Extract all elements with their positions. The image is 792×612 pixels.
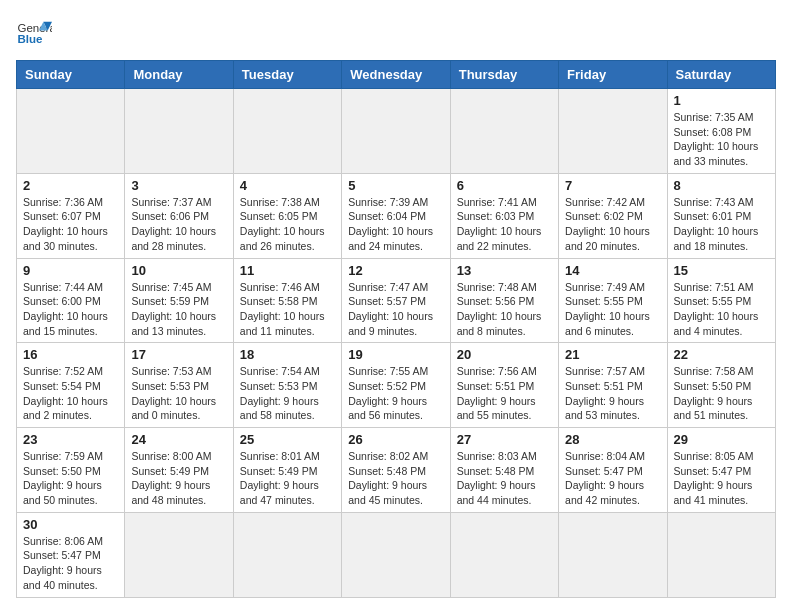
day-info: Sunrise: 7:48 AM Sunset: 5:56 PM Dayligh… [457, 280, 552, 339]
day-number: 16 [23, 347, 118, 362]
day-info: Sunrise: 7:57 AM Sunset: 5:51 PM Dayligh… [565, 364, 660, 423]
calendar-cell [17, 89, 125, 174]
calendar-cell: 22Sunrise: 7:58 AM Sunset: 5:50 PM Dayli… [667, 343, 775, 428]
weekday-header-sunday: Sunday [17, 61, 125, 89]
calendar-cell: 10Sunrise: 7:45 AM Sunset: 5:59 PM Dayli… [125, 258, 233, 343]
day-info: Sunrise: 7:58 AM Sunset: 5:50 PM Dayligh… [674, 364, 769, 423]
day-number: 3 [131, 178, 226, 193]
svg-text:Blue: Blue [17, 33, 43, 45]
day-info: Sunrise: 7:59 AM Sunset: 5:50 PM Dayligh… [23, 449, 118, 508]
day-number: 7 [565, 178, 660, 193]
calendar-cell [342, 89, 450, 174]
calendar-cell [125, 89, 233, 174]
calendar-cell: 12Sunrise: 7:47 AM Sunset: 5:57 PM Dayli… [342, 258, 450, 343]
day-number: 8 [674, 178, 769, 193]
day-number: 24 [131, 432, 226, 447]
day-number: 27 [457, 432, 552, 447]
calendar: SundayMondayTuesdayWednesdayThursdayFrid… [16, 60, 776, 598]
day-info: Sunrise: 7:42 AM Sunset: 6:02 PM Dayligh… [565, 195, 660, 254]
day-number: 10 [131, 263, 226, 278]
day-info: Sunrise: 7:54 AM Sunset: 5:53 PM Dayligh… [240, 364, 335, 423]
day-number: 20 [457, 347, 552, 362]
weekday-header-thursday: Thursday [450, 61, 558, 89]
day-number: 21 [565, 347, 660, 362]
calendar-cell [559, 89, 667, 174]
day-info: Sunrise: 7:53 AM Sunset: 5:53 PM Dayligh… [131, 364, 226, 423]
calendar-cell: 13Sunrise: 7:48 AM Sunset: 5:56 PM Dayli… [450, 258, 558, 343]
day-number: 30 [23, 517, 118, 532]
logo-icon: General Blue [16, 16, 52, 52]
calendar-cell: 5Sunrise: 7:39 AM Sunset: 6:04 PM Daylig… [342, 173, 450, 258]
day-number: 19 [348, 347, 443, 362]
day-number: 26 [348, 432, 443, 447]
week-row-5: 30Sunrise: 8:06 AM Sunset: 5:47 PM Dayli… [17, 512, 776, 597]
day-number: 25 [240, 432, 335, 447]
calendar-cell: 9Sunrise: 7:44 AM Sunset: 6:00 PM Daylig… [17, 258, 125, 343]
day-number: 15 [674, 263, 769, 278]
day-number: 14 [565, 263, 660, 278]
calendar-cell: 3Sunrise: 7:37 AM Sunset: 6:06 PM Daylig… [125, 173, 233, 258]
calendar-cell: 30Sunrise: 8:06 AM Sunset: 5:47 PM Dayli… [17, 512, 125, 597]
day-info: Sunrise: 7:52 AM Sunset: 5:54 PM Dayligh… [23, 364, 118, 423]
day-number: 13 [457, 263, 552, 278]
day-info: Sunrise: 7:39 AM Sunset: 6:04 PM Dayligh… [348, 195, 443, 254]
week-row-1: 2Sunrise: 7:36 AM Sunset: 6:07 PM Daylig… [17, 173, 776, 258]
calendar-cell: 6Sunrise: 7:41 AM Sunset: 6:03 PM Daylig… [450, 173, 558, 258]
day-info: Sunrise: 7:38 AM Sunset: 6:05 PM Dayligh… [240, 195, 335, 254]
calendar-cell [667, 512, 775, 597]
calendar-cell: 18Sunrise: 7:54 AM Sunset: 5:53 PM Dayli… [233, 343, 341, 428]
day-info: Sunrise: 8:01 AM Sunset: 5:49 PM Dayligh… [240, 449, 335, 508]
day-info: Sunrise: 8:03 AM Sunset: 5:48 PM Dayligh… [457, 449, 552, 508]
calendar-cell [233, 89, 341, 174]
weekday-header-friday: Friday [559, 61, 667, 89]
calendar-cell: 29Sunrise: 8:05 AM Sunset: 5:47 PM Dayli… [667, 428, 775, 513]
week-row-0: 1Sunrise: 7:35 AM Sunset: 6:08 PM Daylig… [17, 89, 776, 174]
week-row-3: 16Sunrise: 7:52 AM Sunset: 5:54 PM Dayli… [17, 343, 776, 428]
calendar-cell [450, 512, 558, 597]
day-number: 17 [131, 347, 226, 362]
calendar-cell: 16Sunrise: 7:52 AM Sunset: 5:54 PM Dayli… [17, 343, 125, 428]
calendar-cell: 8Sunrise: 7:43 AM Sunset: 6:01 PM Daylig… [667, 173, 775, 258]
calendar-cell [125, 512, 233, 597]
weekday-header-saturday: Saturday [667, 61, 775, 89]
day-info: Sunrise: 7:51 AM Sunset: 5:55 PM Dayligh… [674, 280, 769, 339]
calendar-cell: 1Sunrise: 7:35 AM Sunset: 6:08 PM Daylig… [667, 89, 775, 174]
weekday-header-row: SundayMondayTuesdayWednesdayThursdayFrid… [17, 61, 776, 89]
logo: General Blue [16, 16, 52, 52]
day-number: 18 [240, 347, 335, 362]
calendar-cell: 24Sunrise: 8:00 AM Sunset: 5:49 PM Dayli… [125, 428, 233, 513]
day-number: 2 [23, 178, 118, 193]
day-number: 23 [23, 432, 118, 447]
week-row-2: 9Sunrise: 7:44 AM Sunset: 6:00 PM Daylig… [17, 258, 776, 343]
weekday-header-monday: Monday [125, 61, 233, 89]
day-number: 9 [23, 263, 118, 278]
calendar-cell: 28Sunrise: 8:04 AM Sunset: 5:47 PM Dayli… [559, 428, 667, 513]
calendar-cell: 14Sunrise: 7:49 AM Sunset: 5:55 PM Dayli… [559, 258, 667, 343]
day-info: Sunrise: 7:41 AM Sunset: 6:03 PM Dayligh… [457, 195, 552, 254]
calendar-cell [559, 512, 667, 597]
day-number: 11 [240, 263, 335, 278]
calendar-cell: 11Sunrise: 7:46 AM Sunset: 5:58 PM Dayli… [233, 258, 341, 343]
day-info: Sunrise: 7:49 AM Sunset: 5:55 PM Dayligh… [565, 280, 660, 339]
day-number: 1 [674, 93, 769, 108]
day-number: 12 [348, 263, 443, 278]
day-info: Sunrise: 7:44 AM Sunset: 6:00 PM Dayligh… [23, 280, 118, 339]
day-info: Sunrise: 7:37 AM Sunset: 6:06 PM Dayligh… [131, 195, 226, 254]
day-number: 29 [674, 432, 769, 447]
calendar-cell [342, 512, 450, 597]
day-info: Sunrise: 8:02 AM Sunset: 5:48 PM Dayligh… [348, 449, 443, 508]
day-info: Sunrise: 7:36 AM Sunset: 6:07 PM Dayligh… [23, 195, 118, 254]
calendar-cell: 21Sunrise: 7:57 AM Sunset: 5:51 PM Dayli… [559, 343, 667, 428]
day-number: 4 [240, 178, 335, 193]
day-info: Sunrise: 7:46 AM Sunset: 5:58 PM Dayligh… [240, 280, 335, 339]
calendar-cell: 2Sunrise: 7:36 AM Sunset: 6:07 PM Daylig… [17, 173, 125, 258]
calendar-cell: 17Sunrise: 7:53 AM Sunset: 5:53 PM Dayli… [125, 343, 233, 428]
day-info: Sunrise: 7:56 AM Sunset: 5:51 PM Dayligh… [457, 364, 552, 423]
calendar-cell: 26Sunrise: 8:02 AM Sunset: 5:48 PM Dayli… [342, 428, 450, 513]
day-info: Sunrise: 8:05 AM Sunset: 5:47 PM Dayligh… [674, 449, 769, 508]
day-info: Sunrise: 8:06 AM Sunset: 5:47 PM Dayligh… [23, 534, 118, 593]
weekday-header-wednesday: Wednesday [342, 61, 450, 89]
day-info: Sunrise: 7:43 AM Sunset: 6:01 PM Dayligh… [674, 195, 769, 254]
calendar-cell: 20Sunrise: 7:56 AM Sunset: 5:51 PM Dayli… [450, 343, 558, 428]
calendar-cell: 27Sunrise: 8:03 AM Sunset: 5:48 PM Dayli… [450, 428, 558, 513]
